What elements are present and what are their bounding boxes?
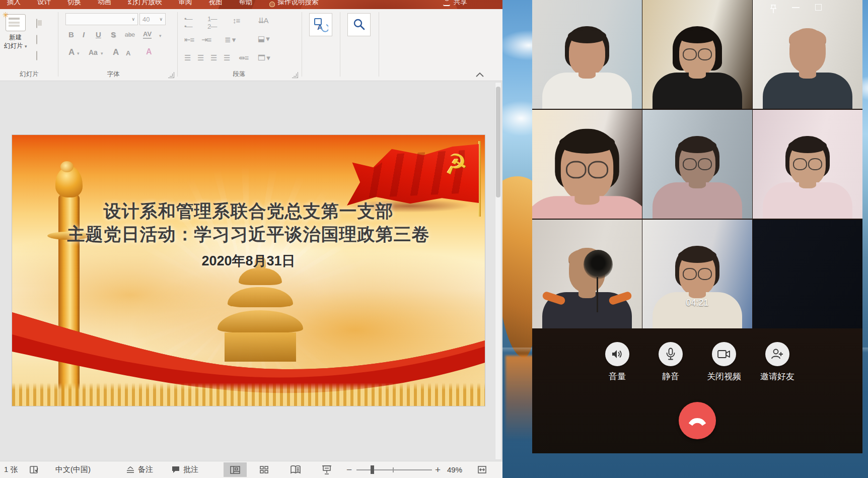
increase-indent-button[interactable]: ⇥≡ — [201, 35, 211, 44]
decrease-indent-button[interactable]: ⇤≡ — [184, 35, 194, 44]
spellcheck-icon[interactable] — [29, 461, 39, 478]
slide-canvas[interactable]: ☭ 设计系和管理系联合党总支第一支部 主题党日活动：学习习近平谈治国理政第三卷 … — [0, 81, 502, 461]
maximize-icon[interactable] — [815, 4, 822, 11]
notes-button[interactable]: 备注 — [126, 461, 153, 478]
strikethrough-button[interactable]: abe — [125, 31, 135, 38]
zoom-slider-track[interactable] — [356, 469, 432, 470]
bullets-button[interactable]: •—•— — [184, 15, 192, 30]
tab-view[interactable]: 视图 — [209, 0, 223, 9]
line-spacing-button[interactable]: ↕≡ — [233, 16, 240, 25]
font-color-button[interactable]: A — [68, 47, 75, 57]
video-tile — [642, 0, 752, 109]
character-spacing-button[interactable]: AV — [143, 30, 152, 39]
tab-review[interactable]: 审阅 — [179, 0, 192, 9]
reading-view-button[interactable] — [284, 462, 307, 477]
group-separator — [177, 12, 178, 77]
mute-button[interactable] — [659, 342, 683, 366]
microphone-icon — [665, 348, 676, 361]
participant-silhouette — [649, 136, 745, 219]
video-tile — [642, 110, 752, 219]
vertical-scrollbar[interactable] — [495, 82, 501, 460]
pin-icon[interactable] — [769, 4, 778, 14]
close-video-button[interactable] — [712, 342, 736, 366]
text-shadow-button[interactable]: S — [111, 30, 116, 39]
scrollbar-thumb[interactable] — [496, 87, 500, 197]
ribbon-tab-bar: 插入 设计 切换 动画 幻灯片放映 审阅 视图 帮助 操作说明搜索 共享 — [0, 0, 502, 9]
slide-sorter-view-button[interactable] — [253, 462, 276, 477]
red-ribbon-wave — [12, 135, 485, 406]
text-direction-button[interactable]: ⇊A — [258, 16, 268, 25]
layout-button[interactable] — [36, 19, 37, 28]
clear-formatting-button[interactable]: A — [146, 47, 152, 56]
paragraph-dialog-launcher[interactable] — [292, 72, 298, 78]
font-size-combo[interactable]: 40∨ — [139, 13, 166, 25]
share-label: 共享 — [454, 0, 467, 9]
grow-font-button[interactable]: A — [113, 47, 119, 57]
share-button[interactable]: 共享 — [443, 0, 467, 9]
change-case-button[interactable]: Aa — [89, 48, 98, 56]
zoom-out-button[interactable]: − — [346, 461, 352, 478]
add-columns-button[interactable]: ≣ ▾ — [225, 35, 235, 44]
drawing-group-button[interactable]: A 绘图 ▾ — [306, 13, 335, 33]
zoom-percentage[interactable]: 49% — [447, 461, 462, 478]
language-indicator[interactable]: 中文(中国) — [55, 461, 91, 478]
align-text-button[interactable]: ⬓ ▾ — [258, 34, 269, 43]
zoom-slider-tick — [393, 467, 394, 472]
participant-silhouette — [649, 246, 745, 328]
volume-button[interactable] — [605, 342, 629, 366]
invite-button[interactable] — [765, 342, 789, 366]
paragraph-group-label: 段落 — [211, 70, 267, 79]
tell-me-search[interactable]: 操作说明搜索 — [269, 0, 319, 9]
phone-handset-icon — [687, 415, 707, 426]
distribute-button[interactable]: ⇹≡ — [239, 53, 248, 62]
editing-group-button[interactable]: 编辑 ▾ — [344, 13, 374, 33]
tab-slideshow[interactable]: 幻灯片放映 — [128, 0, 162, 9]
align-left-button[interactable]: ☰ — [184, 53, 190, 62]
tab-transitions[interactable]: 切换 — [67, 0, 81, 9]
fit-to-window-button[interactable] — [477, 461, 487, 478]
group-separator — [58, 12, 58, 77]
collapse-ribbon-button[interactable] — [475, 72, 484, 78]
align-center-button[interactable]: ☰ — [197, 53, 203, 62]
participant-silhouette — [760, 26, 855, 109]
magnifier-icon — [347, 13, 371, 36]
tab-help[interactable]: 帮助 — [239, 0, 253, 9]
case-caret[interactable]: ▾ — [101, 51, 103, 56]
new-slide-button[interactable]: ✳ 新建 幻灯片 ▾ — [4, 14, 27, 50]
italic-button[interactable]: I — [83, 30, 85, 39]
participant-silhouette — [539, 26, 635, 109]
slideshow-view-button[interactable] — [315, 462, 338, 477]
reset-slide-button[interactable] — [36, 35, 37, 44]
tab-design[interactable]: 设计 — [37, 0, 51, 9]
status-bar: 1 张 中文(中国) 备注 批注 — [0, 461, 502, 478]
font-color-caret[interactable]: ▾ — [77, 51, 80, 56]
spacing-caret[interactable]: ▾ — [159, 33, 162, 38]
justify-button[interactable]: ☰ — [224, 53, 230, 62]
video-tile — [753, 110, 862, 219]
share-person-icon — [443, 0, 450, 6]
tab-animations[interactable]: 动画 — [98, 0, 111, 9]
video-tile — [532, 110, 642, 219]
tab-insert[interactable]: 插入 — [7, 0, 21, 9]
comments-button[interactable]: 批注 — [171, 461, 198, 478]
hangup-button[interactable] — [679, 402, 716, 439]
normal-view-button[interactable] — [224, 462, 247, 477]
minimize-icon[interactable] — [792, 7, 800, 8]
font-dialog-launcher[interactable] — [168, 72, 174, 78]
numbering-button[interactable]: 1—2— — [207, 15, 216, 30]
zoom-in-button[interactable]: + — [435, 461, 441, 478]
slide-title: 设计系和管理系联合党总支第一支部 主题党日活动：学习习近平谈治国理政第三卷 — [12, 199, 485, 246]
font-name-combo[interactable]: ∨ — [65, 13, 138, 25]
smartart-button[interactable]: 🗖 ▾ — [258, 53, 270, 62]
zoom-slider-thumb[interactable] — [371, 465, 374, 474]
slide-date: 2020年8月31日 — [12, 252, 485, 270]
section-button[interactable] — [36, 51, 37, 60]
slide[interactable]: ☭ 设计系和管理系联合党总支第一支部 主题党日活动：学习习近平谈治国理政第三卷 … — [12, 135, 485, 406]
video-conference-panel: 04:21 音量 静音 关闭视频 邀请好友 — [532, 0, 862, 453]
bold-button[interactable]: B — [68, 30, 74, 39]
shrink-font-button[interactable]: A — [126, 49, 130, 57]
align-right-button[interactable]: ☰ — [210, 53, 216, 62]
underline-button[interactable]: U — [96, 30, 101, 39]
invite-label: 邀请好友 — [747, 371, 808, 382]
lightbulb-icon — [269, 2, 275, 7]
